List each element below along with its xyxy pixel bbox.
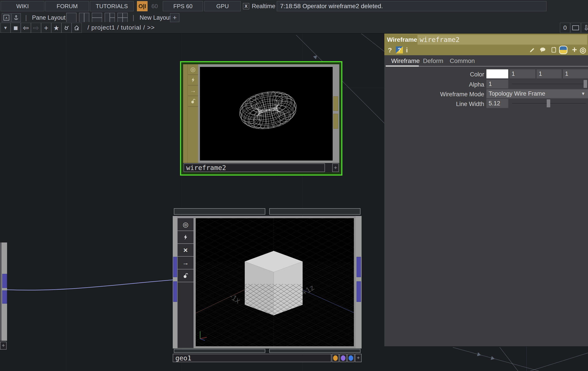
geo1-comment-cell[interactable]: ✦ xyxy=(355,354,362,362)
copy-parameters-icon[interactable] xyxy=(551,47,557,54)
search-icon[interactable] xyxy=(61,23,72,33)
lock-flag-icon[interactable] xyxy=(188,96,198,107)
viewer-flag-icon[interactable]: ◎ xyxy=(188,64,198,75)
wireframe2-name-field[interactable]: wireframe2 xyxy=(184,164,325,172)
layout-three-pane-button[interactable] xyxy=(105,13,115,22)
stop-icon[interactable]: ■ xyxy=(10,23,21,33)
oi-value-label: 60 xyxy=(148,1,161,11)
pickable-flag-dot xyxy=(348,355,353,361)
chevron-down-icon: ▼ xyxy=(581,89,585,98)
pencil-icon[interactable] xyxy=(529,47,536,54)
tab-deform[interactable]: Deform xyxy=(423,57,443,64)
color-r-field[interactable]: 1 xyxy=(509,69,536,78)
wire-to-geo1[interactable] xyxy=(7,280,174,290)
add-icon[interactable]: + xyxy=(41,23,51,33)
linewidth-param-label: Line Width xyxy=(384,101,484,108)
wiki-button[interactable]: WIKI xyxy=(1,1,44,11)
maximize-pane-icon[interactable]: ∧ xyxy=(2,13,11,22)
wireframe2-output-connector[interactable] xyxy=(333,96,338,111)
color-b-field[interactable]: 1 xyxy=(563,69,588,78)
pane-path-toolbar: ▼ ■ ⇦ ⇨ + ★ / project1 / tutorial / >> 0… xyxy=(0,22,588,34)
wireframe-mode-dropdown[interactable]: Topology Wire Frame ▼ xyxy=(486,89,588,98)
lock-flag-icon[interactable] xyxy=(178,269,193,282)
tutorials-button[interactable]: TUTORIALS xyxy=(90,1,134,11)
color-swatch[interactable] xyxy=(486,69,508,78)
toolbar-separator: | xyxy=(133,14,134,21)
geo1-bottom-bar-left[interactable] xyxy=(174,349,265,353)
geo1-name: geo1 xyxy=(175,354,191,362)
anchor-icon[interactable] xyxy=(11,13,21,22)
output-connector[interactable] xyxy=(2,290,7,304)
python-help-icon[interactable]: ? xyxy=(396,46,403,53)
realtime-checkbox[interactable]: X xyxy=(243,3,249,9)
color-param-label: Color xyxy=(384,71,484,78)
pane-type-dropdown[interactable]: ▼ xyxy=(0,23,10,33)
operator-type-label: Wireframe xyxy=(387,36,417,43)
wireframe2-viewport[interactable] xyxy=(200,67,333,161)
target-icon[interactable]: ◎ xyxy=(580,45,586,54)
overlay-count-button[interactable]: 0 xyxy=(560,23,570,33)
help-icon[interactable]: ? xyxy=(388,46,392,54)
realtime-toggle[interactable]: X Realtime xyxy=(243,1,275,11)
midi-in-out-indicator[interactable]: O|I xyxy=(137,1,147,11)
output-connector[interactable] xyxy=(2,274,7,288)
delete-flag-icon[interactable]: × xyxy=(178,244,193,256)
layout-split-vertical-button[interactable] xyxy=(79,13,89,22)
wireframe2-comment-button[interactable]: ✦ xyxy=(332,164,339,172)
viewer-flag-icon[interactable]: ◎ xyxy=(178,218,193,231)
geo1-output-connector[interactable] xyxy=(357,257,361,277)
tab-common[interactable]: Common xyxy=(450,57,475,64)
geo1-viewer-frame: -1x +1z xyxy=(194,216,356,349)
render-flag-cell[interactable] xyxy=(332,354,339,362)
network-path-breadcrumb[interactable]: / project1 / tutorial / >> xyxy=(87,24,155,31)
wireframe2-flag-column: ◎ → xyxy=(188,64,198,163)
export-flag-icon[interactable]: → xyxy=(178,257,193,269)
gpu-button[interactable]: GPU xyxy=(204,1,241,11)
forum-button[interactable]: FORUM xyxy=(45,1,89,11)
wireframe-mode-value: Topology Wire Frame xyxy=(489,90,545,97)
info-icon[interactable]: i xyxy=(406,46,408,54)
export-flag-icon[interactable]: → xyxy=(188,85,198,96)
geo1-bottom-bar-right[interactable] xyxy=(269,349,360,353)
node-comment-button[interactable]: ✦ xyxy=(0,342,7,350)
layout-quad-button[interactable] xyxy=(117,13,128,22)
alpha-slider-track[interactable] xyxy=(512,84,586,84)
color-g-field[interactable]: 1 xyxy=(536,69,562,78)
partial-node-left[interactable] xyxy=(0,242,7,341)
geo1-output-connector[interactable] xyxy=(357,281,361,302)
alpha-field[interactable]: 1 xyxy=(486,80,508,89)
parameter-panel: Wireframe wireframe2 ? ? i + ◎ Wireframe… xyxy=(384,34,588,346)
operator-name-field[interactable]: wireframe2 xyxy=(418,35,587,45)
geo1-top-bar-left[interactable] xyxy=(174,208,265,215)
back-arrow-icon[interactable]: ⇦ xyxy=(21,23,31,33)
bypass-flag-icon[interactable] xyxy=(178,231,193,243)
display-flag-cell[interactable] xyxy=(339,354,347,362)
layout-single-button[interactable] xyxy=(66,13,76,22)
layout-split-horizontal-button[interactable] xyxy=(92,13,102,22)
node-geo1[interactable]: ◎ × → xyxy=(173,207,362,362)
comment-icon[interactable] xyxy=(539,47,546,54)
maximize-window-icon[interactable] xyxy=(571,23,581,33)
alpha-slider-handle[interactable] xyxy=(584,80,587,88)
pickable-flag-cell[interactable] xyxy=(347,354,355,362)
node-wireframe2-selected[interactable]: ◎ → wireframe2 ✦ xyxy=(180,61,342,175)
linewidth-field[interactable]: 5.12 xyxy=(486,99,508,108)
geo1-top-bar-right[interactable] xyxy=(269,208,360,215)
linewidth-slider-handle[interactable] xyxy=(547,99,550,107)
geo1-input-connector[interactable] xyxy=(173,257,177,277)
fps-button[interactable]: FPS 60 xyxy=(163,1,203,11)
add-parameter-icon[interactable]: + xyxy=(572,45,577,54)
python-expression-icon[interactable] xyxy=(560,46,567,53)
collapse-down-icon[interactable]: ⇩ xyxy=(581,23,588,33)
geo1-input-connector[interactable] xyxy=(173,281,177,302)
status-message: 7:18:58 Operator wireframe2 deleted. xyxy=(277,1,546,11)
geo1-name-field[interactable]: geo1 xyxy=(173,354,331,362)
bypass-flag-icon[interactable] xyxy=(188,75,198,85)
geo1-3d-viewport[interactable]: -1x +1z xyxy=(196,218,354,346)
forward-arrow-icon[interactable]: ⇨ xyxy=(31,23,41,33)
tab-wireframe[interactable]: Wireframe xyxy=(391,57,420,64)
new-layout-add-button[interactable]: + xyxy=(170,13,179,22)
bookmark-star-icon[interactable]: ★ xyxy=(51,23,61,33)
home-icon[interactable] xyxy=(72,23,82,33)
wireframe2-output-connector[interactable] xyxy=(333,114,338,129)
